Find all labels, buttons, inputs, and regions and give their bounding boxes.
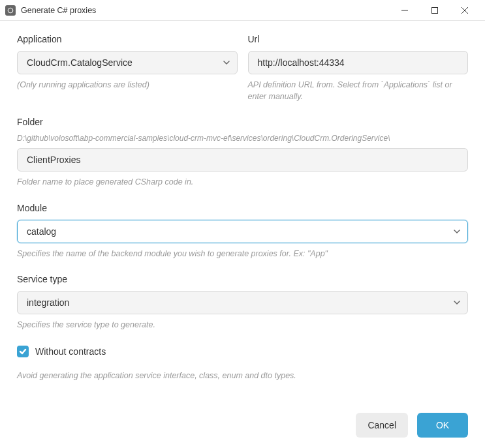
without-contracts-help: Avoid generating the application service… (17, 370, 468, 382)
close-button[interactable] (450, 0, 480, 20)
without-contracts-label: Without contracts (35, 346, 106, 357)
service-type-field: Service type Specifies the service type … (17, 274, 468, 331)
url-label: Url (248, 34, 469, 44)
application-field: Application (Only running applications a… (17, 34, 238, 102)
maximize-button[interactable] (420, 0, 450, 20)
application-select[interactable] (17, 51, 238, 74)
application-label: Application (17, 34, 238, 44)
service-type-label: Service type (17, 274, 468, 284)
module-help: Specifies the name of the backend module… (17, 248, 468, 260)
folder-path: D:\github\volosoft\abp-commercial-sample… (17, 134, 468, 143)
module-label: Module (17, 203, 468, 213)
dialog-footer: Cancel OK (356, 413, 468, 438)
service-type-select[interactable] (17, 291, 468, 314)
svg-point-0 (8, 8, 13, 13)
without-contracts-field: Without contracts Avoid generating the a… (17, 346, 468, 382)
service-type-help: Specifies the service type to generate. (17, 320, 468, 331)
app-icon (5, 5, 16, 16)
ok-button[interactable]: OK (417, 413, 468, 438)
url-input[interactable] (248, 51, 469, 74)
cancel-button[interactable]: Cancel (356, 413, 408, 438)
folder-field: Folder D:\github\volosoft\abp-commercial… (17, 117, 468, 188)
url-help: API definition URL from. Select from `Ap… (248, 80, 469, 102)
minimize-button[interactable] (390, 0, 420, 20)
url-field: Url API definition URL from. Select from… (248, 34, 469, 102)
titlebar: Generate C# proxies (0, 0, 485, 21)
module-field: Module Specifies the name of the backend… (17, 203, 468, 260)
window-controls (390, 0, 480, 20)
dialog-content: Application (Only running applications a… (0, 21, 485, 381)
without-contracts-checkbox[interactable] (17, 346, 29, 357)
svg-rect-2 (432, 7, 438, 13)
application-help: (Only running applications are listed) (17, 80, 238, 91)
folder-input[interactable] (17, 148, 468, 172)
window-title: Generate C# proxies (21, 6, 390, 15)
folder-label: Folder (17, 117, 468, 127)
folder-help: Folder name to place generated CSharp co… (17, 177, 468, 188)
module-select[interactable] (17, 220, 468, 243)
